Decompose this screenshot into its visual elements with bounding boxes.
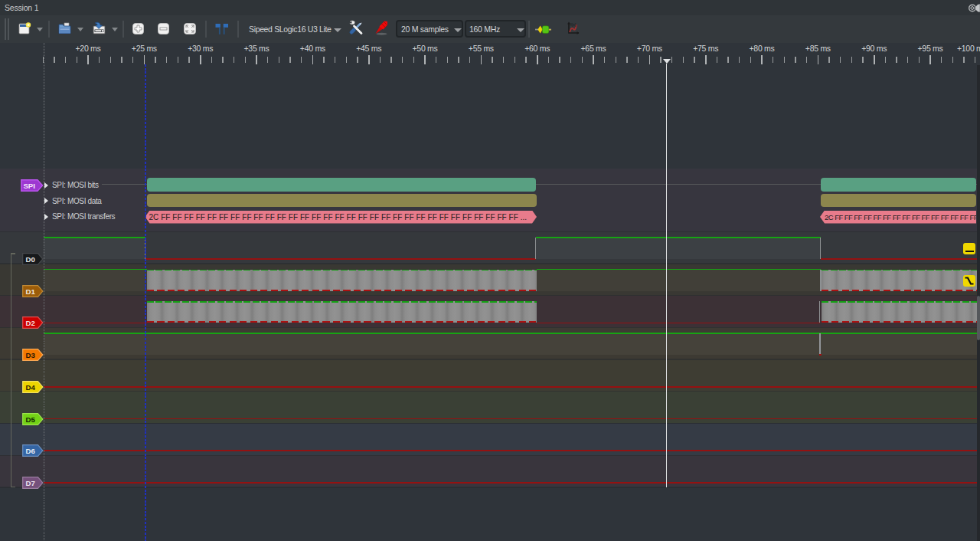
svg-text:D6: D6 xyxy=(25,447,34,455)
svg-text:D5: D5 xyxy=(25,415,35,423)
svg-text:D4: D4 xyxy=(25,382,35,391)
svg-text:SPI: SPI xyxy=(23,181,35,189)
svg-text:D3: D3 xyxy=(25,351,34,359)
svg-text:D0: D0 xyxy=(25,255,34,264)
svg-text:D2: D2 xyxy=(25,319,34,327)
svg-text:D7: D7 xyxy=(25,479,34,487)
svg-text:f(x): f(x) xyxy=(570,22,577,27)
svg-text:D1: D1 xyxy=(25,287,35,295)
